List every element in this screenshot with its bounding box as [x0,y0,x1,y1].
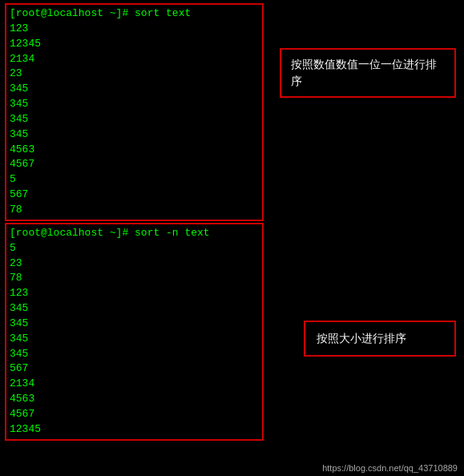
sort-line-1: 123 [10,22,259,37]
command-bottom: [root@localhost ~]# sort -n text [10,226,259,241]
sortn-line-6: 345 [10,317,259,332]
sortn-line-9: 567 [10,361,259,377]
sortn-line-3: 78 [10,271,259,286]
terminal-area: [root@localhost ~]# sort text 123 12345 … [0,0,268,476]
watermark: https://blog.csdn.net/qq_43710889 [322,463,458,473]
sort-line-7: 345 [10,112,259,127]
sortn-line-11: 4563 [10,392,259,407]
annotation-bottom-text: 按照大小进行排序 [317,332,406,345]
sort-line-11: 5 [10,172,259,188]
sortn-line-12: 4567 [10,407,259,422]
sortn-line-13: 12345 [10,422,259,438]
annotation-top-text: 按照数值数值一位一位进行排序 [291,58,437,87]
sort-line-10: 4567 [10,157,259,172]
sort-line-6: 345 [10,97,259,112]
sort-line-5: 345 [10,82,259,97]
sort-line-2: 12345 [10,37,259,52]
sort-line-9: 4563 [10,143,259,158]
annotation-top: 按照数值数值一位一位进行排序 [280,48,456,98]
sort-line-3: 2134 [10,52,259,67]
sortn-line-5: 345 [10,301,259,317]
sort-line-8: 345 [10,127,259,143]
watermark-text: https://blog.csdn.net/qq_43710889 [322,463,458,473]
section-bottom: [root@localhost ~]# sort -n text 5 23 78… [5,223,264,441]
sortn-line-4: 123 [10,286,259,301]
command-top: [root@localhost ~]# sort text [10,6,259,22]
sort-line-4: 23 [10,67,259,82]
sortn-line-10: 2134 [10,377,259,392]
sortn-line-2: 23 [10,256,259,272]
sortn-line-8: 345 [10,347,259,362]
sortn-line-1: 5 [10,241,259,256]
sortn-line-7: 345 [10,332,259,347]
sort-line-12: 567 [10,188,259,203]
section-top: [root@localhost ~]# sort text 123 12345 … [5,3,264,221]
annotation-bottom: 按照大小进行排序 [304,321,456,357]
sort-line-13: 78 [10,203,259,218]
